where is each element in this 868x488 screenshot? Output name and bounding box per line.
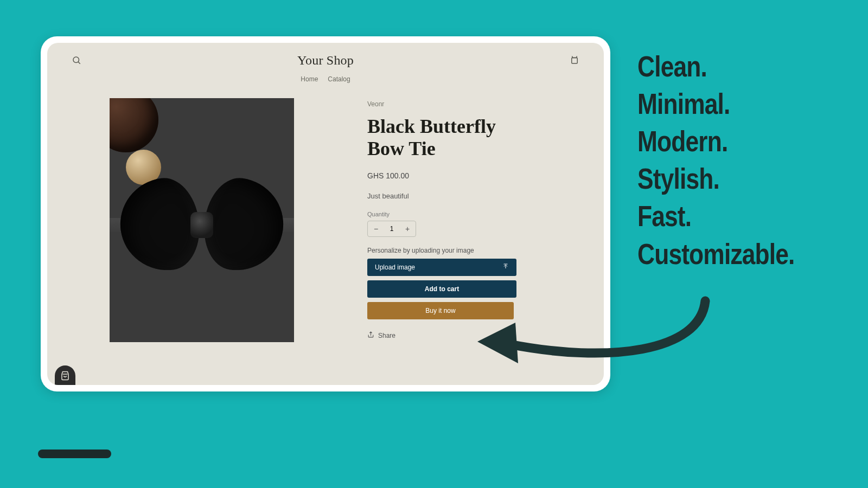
- product-price: GHS 100.00: [367, 171, 541, 180]
- quantity-decrease-button[interactable]: −: [368, 221, 384, 236]
- cart-icon[interactable]: [567, 53, 582, 68]
- decor-ball-dark: [110, 98, 158, 152]
- product-section: Veonr Black Butterfly Bow Tie GHS 100.00…: [47, 91, 604, 342]
- svg-line-1: [78, 62, 80, 63]
- nav-home[interactable]: Home: [301, 75, 318, 83]
- buy-now-label: Buy it now: [425, 307, 455, 314]
- search-icon[interactable]: [69, 53, 84, 68]
- buy-now-button[interactable]: Buy it now: [367, 302, 514, 319]
- shopify-badge-icon[interactable]: [55, 365, 75, 385]
- svg-rect-2: [572, 58, 578, 64]
- share-label: Share: [378, 332, 395, 339]
- upload-image-label: Upload image: [375, 264, 415, 271]
- personalize-label: Personalize by uploading your image: [367, 247, 541, 254]
- site-nav: Home Catalog: [47, 72, 604, 91]
- bow-tie-graphic: [126, 179, 278, 271]
- quantity-input[interactable]: [384, 221, 399, 236]
- marketing-copy: Clean. Minimal. Modern. Stylish. Fast. C…: [637, 48, 795, 273]
- quantity-label: Quantity: [367, 211, 541, 217]
- quantity-stepper: − +: [367, 221, 416, 237]
- product-image[interactable]: [110, 98, 294, 342]
- add-to-cart-label: Add to cart: [425, 285, 459, 293]
- svg-point-0: [73, 57, 79, 63]
- quantity-increase-button[interactable]: +: [399, 221, 416, 236]
- site-header: Your Shop: [47, 43, 604, 72]
- browser-frame: Your Shop Home Catalog: [41, 36, 610, 391]
- product-info: Veonr Black Butterfly Bow Tie GHS 100.00…: [367, 98, 541, 342]
- upload-icon: [502, 263, 509, 271]
- product-description: Just beautiful: [367, 192, 541, 200]
- share-icon: [367, 331, 374, 340]
- product-vendor: Veonr: [367, 100, 541, 108]
- nav-catalog[interactable]: Catalog: [328, 75, 350, 83]
- upload-image-button[interactable]: Upload image: [367, 259, 516, 276]
- add-to-cart-button[interactable]: Add to cart: [367, 280, 516, 298]
- accent-bar: [38, 450, 111, 458]
- product-title: Black Butterfly Bow Tie: [367, 115, 519, 160]
- shop-name[interactable]: Your Shop: [297, 53, 354, 68]
- share-button[interactable]: Share: [367, 331, 395, 340]
- storefront: Your Shop Home Catalog: [47, 43, 604, 385]
